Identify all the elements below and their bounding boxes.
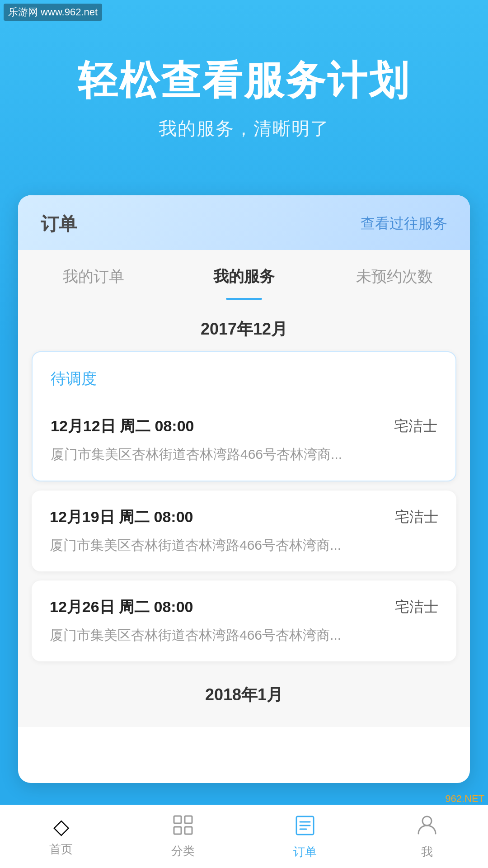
service-address-2: 厦门市集美区杏林街道杏林湾路466号杏林湾商... [50, 535, 438, 555]
tab-my-orders[interactable]: 我的订单 [18, 250, 169, 300]
nav-home-label: 首页 [49, 841, 73, 857]
service-type-1: 宅洁士 [394, 416, 437, 436]
service-info-row-2: 12月19日 周二 08:00 宅洁士 [50, 507, 438, 528]
service-address-1: 厦门市集美区杏林街道杏林湾路466号杏林湾商... [51, 444, 437, 464]
service-type-3: 宅洁士 [395, 597, 438, 617]
service-card-3[interactable]: 12月26日 周二 08:00 宅洁士 厦门市集美区杏林街道杏林湾路466号杏林… [32, 580, 456, 661]
service-time-2: 12月19日 周二 08:00 [50, 507, 193, 528]
divider [33, 403, 455, 403]
service-type-2: 宅洁士 [395, 507, 438, 527]
tab-unbooked[interactable]: 未预约次数 [319, 250, 470, 300]
svg-rect-3 [185, 827, 192, 834]
svg-rect-2 [174, 827, 181, 834]
service-info-row-3: 12月26日 周二 08:00 宅洁士 [50, 597, 438, 618]
svg-point-8 [422, 816, 432, 826]
tab-my-services[interactable]: 我的服务 [169, 250, 319, 300]
svg-rect-0 [174, 816, 181, 823]
orders-icon [295, 814, 315, 840]
service-card-2[interactable]: 12月19日 周二 08:00 宅洁士 厦门市集美区杏林街道杏林湾路466号杏林… [32, 491, 456, 571]
month-label-2018: 2018年1月 [32, 670, 456, 713]
nav-category[interactable]: 分类 [122, 805, 244, 868]
nav-category-label: 分类 [171, 843, 195, 859]
watermark-top-left: 乐游网 www.962.net [4, 4, 102, 21]
service-list: 待调度 12月12日 周二 08:00 宅洁士 厦门市集美区杏林街道杏林湾路46… [18, 351, 470, 727]
nav-orders-label: 订单 [293, 844, 317, 860]
nav-orders[interactable]: 订单 [244, 805, 366, 868]
hero-subtitle: 我的服务，清晰明了 [36, 116, 452, 141]
bottom-nav: ◇ 首页 分类 订单 [0, 805, 488, 868]
service-time-3: 12月26日 周二 08:00 [50, 597, 193, 618]
service-card-pending[interactable]: 待调度 12月12日 周二 08:00 宅洁士 厦门市集美区杏林街道杏林湾路46… [32, 351, 456, 481]
tab-bar: 我的订单 我的服务 未预约次数 [18, 250, 470, 300]
hero-title: 轻松查看服务计划 [36, 59, 452, 103]
profile-icon [417, 814, 437, 840]
hero-section: 轻松查看服务计划 我的服务，清晰明了 [0, 0, 488, 177]
service-info-row: 12月12日 周二 08:00 宅洁士 [51, 416, 437, 437]
card-header: 订单 查看过往服务 [18, 195, 470, 250]
card-title: 订单 [41, 212, 77, 236]
svg-rect-1 [185, 816, 192, 823]
home-icon: ◇ [53, 816, 69, 837]
month-label-2017: 2017年12月 [18, 300, 470, 351]
nav-home[interactable]: ◇ 首页 [0, 805, 122, 868]
nav-profile[interactable]: 我 [366, 805, 488, 868]
view-past-services-link[interactable]: 查看过往服务 [361, 214, 447, 234]
order-card: 订单 查看过往服务 我的订单 我的服务 未预约次数 2017年12月 待调度 1… [18, 195, 470, 783]
service-address-3: 厦门市集美区杏林街道杏林湾路466号杏林湾商... [50, 625, 438, 645]
pending-label: 待调度 [51, 368, 437, 389]
nav-profile-label: 我 [421, 844, 433, 860]
watermark-bottom-right: 962.NET [445, 793, 484, 805]
category-icon [173, 815, 193, 839]
service-time-1: 12月12日 周二 08:00 [51, 416, 194, 437]
